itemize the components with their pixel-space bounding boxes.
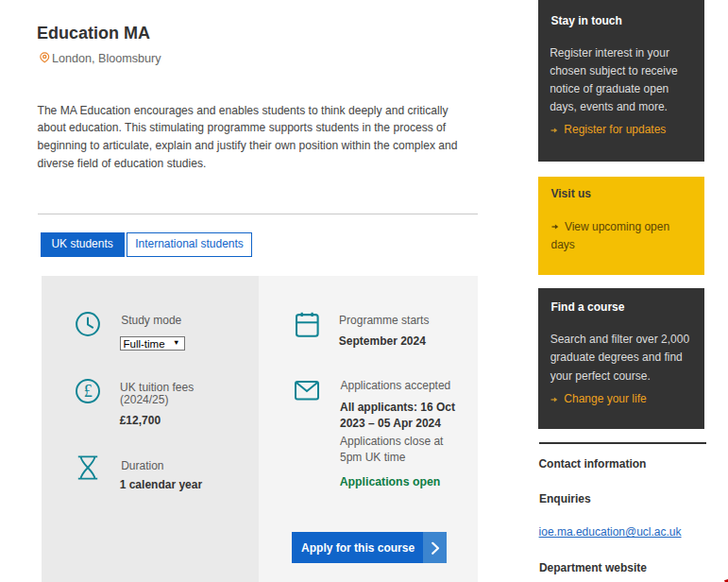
svg-text:£: £ [83, 382, 92, 401]
